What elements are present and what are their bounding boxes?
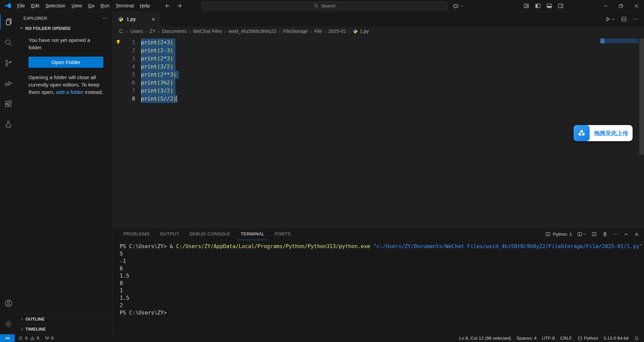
copilot-menu[interactable] (452, 0, 464, 12)
warning-icon (29, 334, 36, 342)
close-tab-icon[interactable] (151, 17, 156, 22)
code-line-7[interactable]: 7print(3/2) (113, 87, 644, 95)
activity-search-icon[interactable] (0, 32, 17, 53)
code-line-5[interactable]: 5print(2**3) (113, 71, 644, 79)
netdisk-upload-widget[interactable]: 拖拽至此上传 (574, 125, 633, 141)
statusbar-right: Ln 8, Col 12 (96 selected)Spaces: 4UTF-8… (457, 336, 644, 341)
forwarded-ports[interactable]: 0 (42, 334, 56, 342)
minimize-button[interactable] (598, 0, 613, 12)
open-folder-button[interactable]: Open Folder (29, 57, 103, 68)
toggle-panel-icon[interactable] (543, 1, 555, 11)
breadcrumb-item[interactable]: Users (130, 28, 143, 34)
section-timeline[interactable]: TIMELINE (17, 324, 113, 334)
split-editor-icon[interactable] (621, 16, 627, 22)
status-python-version[interactable]: 3.13.0 64-bit (601, 336, 631, 341)
menu-selection[interactable]: Selection (42, 2, 68, 10)
go-forward-icon[interactable] (176, 3, 182, 9)
status-encoding[interactable]: UTF-8 (539, 336, 557, 341)
code-line-1[interactable]: 1print(2+3) (113, 39, 644, 47)
status-cursor-position[interactable]: Ln 8, Col 12 (96 selected) (457, 336, 514, 341)
vscode-logo-icon (5, 2, 11, 9)
status-indentation[interactable]: Spaces: 4 (514, 336, 539, 341)
workbench: EXPLORER NO FOLDER OPENED You have not y… (0, 12, 644, 334)
close-button[interactable] (629, 0, 644, 12)
panel-tab-debug-console[interactable]: DEBUG CONSOLE (186, 228, 234, 240)
activity-testing-icon[interactable] (0, 114, 17, 134)
toggle-primary-sidebar-icon[interactable] (532, 1, 543, 11)
breadcrumb-item[interactable]: File (314, 28, 322, 34)
status-language[interactable]: {}Python (575, 336, 601, 341)
more-actions-icon[interactable] (613, 231, 619, 237)
menu-edit[interactable]: Edit (28, 2, 42, 10)
panel-tab-output[interactable]: OUTPUT (156, 228, 182, 240)
code-editor[interactable]: 1print(2+3)2print(2-3)3print(2*3)4print(… (113, 36, 644, 228)
more-actions-icon[interactable] (102, 15, 108, 21)
panel-tab-terminal[interactable]: TERMINAL (237, 228, 268, 240)
breadcrumb-item[interactable]: 1.py (353, 28, 369, 34)
menu-file[interactable]: File (14, 2, 28, 10)
panel-tab-ports[interactable]: PORTS (271, 228, 294, 240)
code-line-3[interactable]: 3print(2*3) (113, 55, 644, 63)
breadcrumb-item[interactable]: FileStorage (283, 28, 308, 34)
split-terminal-icon[interactable] (591, 231, 597, 237)
go-back-icon[interactable] (164, 3, 171, 9)
close-panel-icon[interactable] (634, 232, 639, 237)
code-line-4[interactable]: 4print(3/2) (113, 63, 644, 71)
chevron-right-icon (19, 317, 25, 322)
breadcrumb-item[interactable]: WeChat Files (193, 28, 222, 34)
line-number: 6 (113, 79, 135, 87)
terminal-line: -1 (120, 258, 644, 265)
activity-run-and-debug-icon[interactable] (0, 73, 17, 94)
activity-extensions-icon[interactable] (0, 94, 17, 114)
command-center-search[interactable]: Search (201, 2, 448, 10)
tab-1py[interactable]: 1.py (113, 12, 160, 26)
maximize-panel-icon[interactable] (624, 232, 629, 237)
activity-explorer-icon[interactable] (0, 12, 17, 32)
toggle-secondary-sidebar-icon[interactable] (555, 1, 566, 11)
status-notifications[interactable] (631, 336, 642, 341)
menu-go[interactable]: Go (85, 2, 97, 10)
breadcrumb-item[interactable]: 2025-01 (328, 28, 346, 34)
activity-accounts-icon[interactable] (0, 293, 17, 314)
breadcrumb-separator: › (224, 28, 226, 34)
search-icon (314, 3, 319, 8)
remote-indicator[interactable]: >< (0, 334, 15, 342)
restore-button[interactable] (613, 0, 629, 12)
menu-bar: FileEditSelectionViewGoRunTerminalHelp (14, 2, 153, 10)
editor-scrollbar[interactable] (639, 39, 644, 155)
more-actions-icon[interactable] (633, 16, 639, 22)
line-number: 3 (113, 55, 135, 63)
run-python-file-button[interactable] (605, 16, 615, 22)
breadcrumb-item[interactable]: wxid_4hz58t8c9h8y22 (228, 28, 277, 34)
menu-run[interactable]: Run (98, 2, 113, 10)
terminal-instance[interactable]: Python: 1 (545, 231, 572, 237)
problems-summary[interactable]: 00 (15, 334, 42, 342)
breadcrumb-item[interactable]: Documents (162, 28, 186, 34)
statusbar-left: 000 (15, 334, 56, 342)
terminal-output[interactable]: PS C:\Users\ZY> & C:/Users/ZY/AppData/Lo… (113, 240, 644, 334)
launch-profile-icon[interactable] (577, 231, 586, 237)
breadcrumb-item[interactable]: C: (119, 28, 124, 34)
explorer-sidebar: EXPLORER NO FOLDER OPENED You have not y… (17, 12, 113, 334)
breadcrumb-separator: › (158, 28, 160, 34)
breadcrumb-item[interactable]: ZY (149, 28, 156, 34)
menu-view[interactable]: View (68, 2, 85, 10)
lightbulb-icon[interactable] (115, 39, 121, 45)
upload-label: 拖拽至此上传 (590, 129, 633, 137)
add-folder-link[interactable]: add a folder (56, 89, 84, 95)
customize-layout-icon[interactable] (521, 1, 532, 11)
section-outline[interactable]: OUTLINE (17, 314, 113, 324)
kill-terminal-icon[interactable] (602, 231, 608, 237)
activity-settings-icon[interactable] (0, 314, 17, 334)
panel-tab-problems[interactable]: PROBLEMS (120, 228, 153, 240)
code-line-8[interactable]: 8print(5//2) (113, 95, 644, 103)
code-line-2[interactable]: 2print(2-3) (113, 47, 644, 55)
code-line-6[interactable]: 6print(3%2) (113, 79, 644, 87)
tab-label: 1.py (126, 16, 148, 22)
status-eol[interactable]: CRLF (557, 336, 575, 341)
menu-help[interactable]: Help (137, 2, 153, 10)
no-folder-section-header[interactable]: NO FOLDER OPENED (17, 24, 113, 32)
line-number: 5 (113, 71, 135, 79)
menu-terminal[interactable]: Terminal (112, 2, 137, 10)
activity-source-control-icon[interactable] (0, 53, 17, 73)
